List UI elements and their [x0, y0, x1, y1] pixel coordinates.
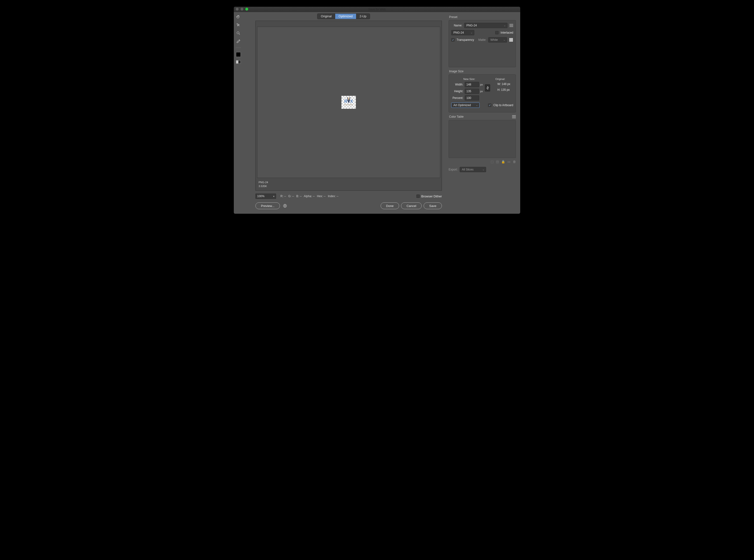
transparency-label: Transparency [457, 38, 474, 42]
preview-meta: PNG-24 3.535K [258, 181, 268, 188]
browser-dither-label: Browser Dither [421, 195, 442, 198]
quality-value: Art Optimized [453, 103, 471, 107]
zoom-tool-icon[interactable] [235, 30, 241, 36]
svg-point-0 [237, 32, 239, 34]
color-table-section-label: Color Table [449, 115, 464, 118]
original-size-label: Original: [487, 78, 513, 80]
preview-image: RVX EXCHANGE [342, 96, 356, 109]
logo-letter-r: R [344, 99, 347, 104]
toggle-slices-visibility-icon[interactable] [236, 60, 241, 64]
pixel-info: R: -- G: -- B: -- Alpha: -- Hex: -- Inde… [281, 195, 340, 198]
interlaced-checkbox[interactable] [495, 31, 499, 34]
eyedropper-color-swatch[interactable] [236, 52, 241, 57]
window-close-icon[interactable] [236, 8, 238, 11]
format-select[interactable]: PNG-24 ⌵ [451, 30, 474, 35]
lock-color-icon: 🔒 [501, 160, 505, 163]
chevron-down-icon: ⌵ [471, 32, 472, 34]
tab-2up[interactable]: 2-Up [356, 14, 370, 19]
export-label: Export: [449, 168, 458, 171]
hand-tool-icon[interactable] [235, 14, 241, 20]
preview-logo: RVX EXCHANGE [342, 96, 356, 109]
preset-name-value: PNG-24 [466, 24, 477, 27]
info-hex: Hex: -- [317, 195, 326, 198]
slice-select-tool-icon[interactable] [235, 22, 241, 28]
transparency-checkbox[interactable] [451, 38, 455, 42]
chevron-down-icon: ⌵ [476, 104, 478, 106]
settings-panel: Preset Name: PNG-24 ⌵ PNG-24 ⌵ [444, 12, 520, 214]
preview-format: PNG-24 [258, 181, 268, 184]
status-bar: 100% ▾ R: -- G: -- B: -- Alpha: -- Hex: … [255, 193, 442, 200]
preview-canvas[interactable]: RVX EXCHANGE [257, 27, 440, 178]
save-button[interactable]: Save [424, 202, 442, 209]
bottom-button-bar: Preview... Done Cancel Save [255, 202, 442, 209]
clip-to-artboard-checkbox[interactable] [488, 103, 491, 107]
chevron-down-icon: ⌵ [483, 168, 484, 171]
clip-to-artboard-label: Clip to Artboard [493, 103, 513, 107]
window-zoom-icon[interactable] [245, 8, 248, 11]
zoom-value: 100% [257, 195, 265, 198]
width-unit: px [480, 83, 485, 86]
image-size-section-label: Image Size [449, 69, 516, 73]
map-transparent-icon: ◫ [496, 160, 499, 163]
export-value: All Slices [462, 168, 473, 171]
color-table-area [449, 120, 516, 158]
info-r: R: -- [281, 195, 286, 198]
export-select: All Slices ⌵ [460, 167, 486, 172]
preview-filesize: 3.535K [258, 184, 268, 188]
matte-label: Matte: [478, 38, 486, 42]
chevron-down-icon: ⌵ [504, 39, 505, 41]
image-size-card: New Size: Original: Width: px [449, 75, 516, 113]
preview-button[interactable]: Preview... [255, 202, 280, 209]
preset-section-label: Preset [449, 15, 516, 19]
cancel-button[interactable]: Cancel [401, 202, 422, 209]
width-label: Width: [451, 83, 465, 86]
preview-main: Original Optimized 2-Up [243, 12, 444, 214]
chevron-down-icon: ⌵ [504, 24, 505, 27]
preset-menu-icon[interactable] [509, 23, 513, 27]
color-table-menu-icon[interactable] [512, 115, 516, 119]
delete-color-icon: 🗑 [513, 160, 516, 163]
snap-to-web-icon: ⬚ [491, 160, 494, 163]
height-input[interactable] [465, 88, 479, 94]
window-minimize-icon[interactable] [240, 8, 244, 11]
browser-dither-checkbox[interactable] [417, 195, 420, 198]
matte-select: White ⌵ [488, 37, 507, 42]
height-unit: px [480, 90, 485, 93]
matte-value: White [490, 38, 498, 42]
logo-subtext: EXCHANGE [344, 104, 353, 105]
chevron-down-icon: ▾ [273, 195, 274, 198]
info-alpha: Alpha: -- [304, 195, 314, 198]
logo-letter-v: V [347, 99, 350, 104]
interlaced-label: Interlaced [501, 31, 513, 34]
logo-letter-x: X [350, 99, 353, 104]
tab-optimized[interactable]: Optimized [335, 14, 356, 19]
tool-column [234, 12, 243, 214]
browser-preview-icon[interactable] [283, 204, 287, 208]
preview-frame: RVX EXCHANGE PNG-24 3.535K [255, 21, 442, 191]
view-tabs: Original Optimized 2-Up [317, 14, 370, 19]
constrain-proportions-icon[interactable] [485, 84, 490, 92]
percent-input[interactable] [465, 95, 479, 101]
color-table-toolbar: ⬚ ◫ 🔒 ▭ 🗑 [449, 160, 516, 163]
height-label: Height: [451, 89, 465, 93]
info-b: B: -- [296, 195, 302, 198]
matte-swatch [509, 38, 513, 42]
tab-original[interactable]: Original [317, 14, 335, 19]
info-g: G: -- [288, 195, 294, 198]
new-color-icon: ▭ [507, 160, 510, 163]
dialog-window: Save for Web [234, 7, 520, 214]
quality-select[interactable]: Art Optimized ⌵ [451, 102, 480, 108]
width-input[interactable] [465, 82, 479, 87]
zoom-select[interactable]: 100% ▾ [255, 194, 276, 199]
titlebar: Save for Web [234, 7, 520, 12]
eyedropper-tool-icon[interactable] [235, 38, 241, 44]
preset-name-select[interactable]: PNG-24 ⌵ [464, 23, 507, 28]
preset-card: Name: PNG-24 ⌵ PNG-24 ⌵ [449, 20, 516, 67]
done-button[interactable]: Done [381, 202, 399, 209]
info-index: Index: -- [328, 195, 338, 198]
tool-divider [236, 47, 241, 48]
new-size-label: New Size: [451, 78, 487, 80]
window-title: Save for Web [368, 8, 386, 11]
format-value: PNG-24 [453, 31, 464, 34]
original-height: H: 135 px [497, 88, 513, 92]
